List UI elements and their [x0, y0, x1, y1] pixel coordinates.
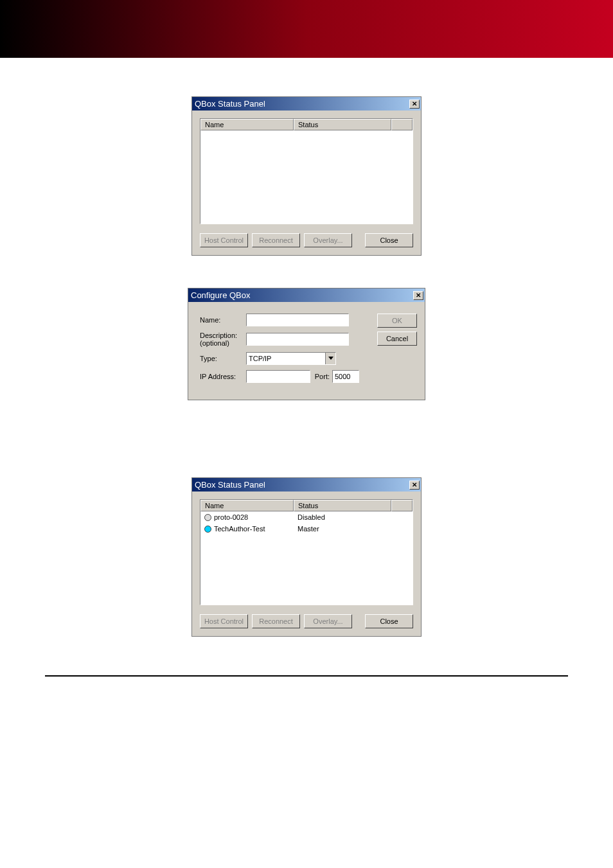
column-name[interactable]: Name: [200, 500, 294, 511]
status-indicator-icon: [204, 514, 211, 521]
type-value: TCP/IP: [249, 355, 271, 362]
host-control-button: Host Control: [200, 614, 248, 628]
ip-label: IP Address:: [200, 373, 246, 380]
column-name[interactable]: Name: [200, 119, 294, 130]
close-icon[interactable]: ✕: [413, 291, 423, 300]
column-status[interactable]: Status: [294, 119, 391, 130]
port-field[interactable]: [332, 370, 359, 383]
close-button[interactable]: Close: [365, 614, 413, 628]
qbox-name: proto-0028: [214, 513, 248, 522]
configure-qbox-dialog: Configure QBox ✕ Name: Description: (opt…: [188, 288, 425, 400]
overlay-button: Overlay...: [304, 614, 352, 628]
host-control-button: Host Control: [200, 233, 248, 247]
type-select[interactable]: TCP/IP: [246, 352, 336, 365]
window-title: QBox Status Panel: [195, 99, 265, 109]
column-blank: [391, 119, 413, 130]
list-item[interactable]: TechAuthor-Test Master: [200, 523, 413, 535]
titlebar: QBox Status Panel ✕: [192, 478, 421, 492]
close-button[interactable]: Close: [365, 233, 413, 247]
titlebar: Configure QBox ✕: [188, 288, 425, 302]
page-content: QBox Status Panel ✕ Name Status Host Con…: [0, 58, 613, 656]
column-status[interactable]: Status: [294, 500, 391, 511]
column-blank: [391, 500, 413, 511]
name-field[interactable]: [246, 314, 349, 326]
close-icon[interactable]: ✕: [409, 481, 420, 490]
type-label: Type:: [200, 355, 246, 362]
description-label: Description: (optional): [200, 332, 246, 347]
description-field[interactable]: [246, 333, 349, 346]
header-banner: [0, 0, 613, 58]
qbox-status-panel-populated: QBox Status Panel ✕ Name Status proto-: [191, 477, 422, 637]
qbox-name: TechAuthor-Test: [214, 524, 265, 533]
titlebar: QBox Status Panel ✕: [192, 97, 421, 111]
name-label: Name:: [200, 316, 246, 324]
overlay-button: Overlay...: [304, 233, 352, 247]
status-indicator-icon: [204, 526, 211, 533]
reconnect-button: Reconnect: [252, 233, 300, 247]
port-label: Port:: [310, 373, 332, 380]
footer-divider: [45, 675, 568, 677]
list-item[interactable]: proto-0028 Disabled: [200, 511, 413, 523]
status-list[interactable]: Name Status proto-0028 Disabled: [200, 499, 413, 605]
qbox-status-panel-empty: QBox Status Panel ✕ Name Status Host Con…: [191, 96, 422, 256]
qbox-status: Disabled: [294, 512, 329, 522]
qbox-status: Master: [294, 524, 323, 534]
window-title: QBox Status Panel: [195, 480, 265, 490]
chevron-down-icon[interactable]: [325, 353, 335, 364]
window-title: Configure QBox: [191, 290, 251, 300]
cancel-button[interactable]: Cancel: [377, 332, 417, 346]
svg-marker-0: [328, 357, 333, 360]
status-list[interactable]: Name Status: [200, 118, 413, 224]
ip-field[interactable]: [246, 370, 310, 383]
close-icon[interactable]: ✕: [409, 100, 420, 109]
reconnect-button: Reconnect: [252, 614, 300, 628]
ok-button: OK: [377, 314, 417, 328]
